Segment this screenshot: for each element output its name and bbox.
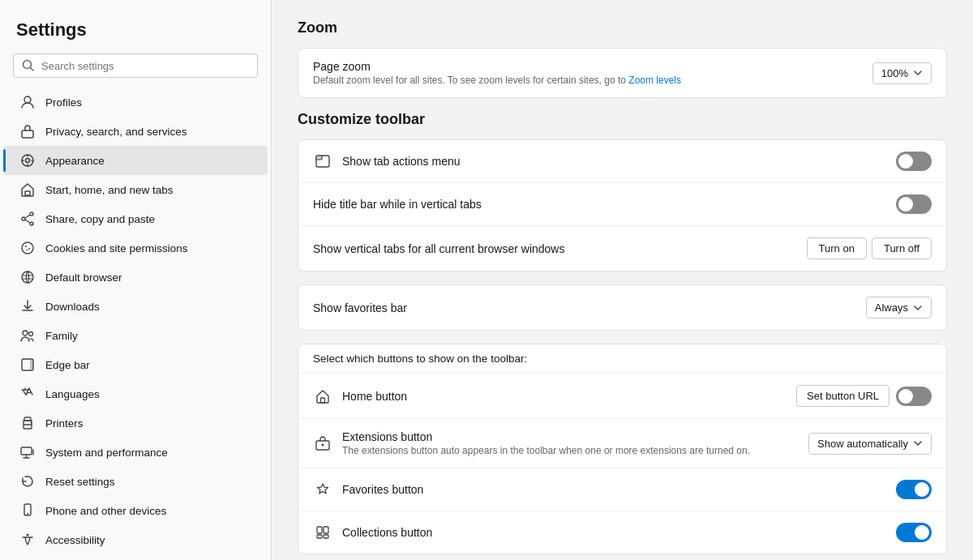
zoom-dropdown[interactable]: 100% [872, 62, 932, 84]
sidebar-item-label-downloads: Downloads [45, 301, 100, 313]
sidebar-item-reset[interactable]: Reset settings [3, 467, 268, 496]
chevron-down-icon-2 [913, 303, 923, 313]
show-vertical-tabs-row: Show vertical tabs for all current brows… [298, 226, 946, 271]
sidebar-item-privacy[interactable]: Privacy, search, and services [3, 117, 268, 146]
page-zoom-desc: Default zoom level for all sites. To see… [313, 75, 863, 86]
sidebar-item-label-share: Share, copy and paste [45, 213, 155, 225]
sidebar-item-cookies[interactable]: Cookies and site permissions [3, 233, 268, 263]
favorites-bar-dropdown[interactable]: Always [866, 297, 932, 318]
sidebar-item-languages[interactable]: Languages [3, 379, 268, 408]
show-favorites-bar-label: Show favorites bar [313, 301, 856, 314]
downloads-icon [19, 298, 36, 314]
page-zoom-label: Page zoom [313, 60, 863, 73]
chevron-down-icon-3 [913, 438, 923, 448]
svg-rect-3 [22, 130, 33, 138]
extensions-button-desc: The extensions button auto appears in th… [342, 445, 799, 456]
zoom-levels-link[interactable]: Zoom levels [628, 75, 681, 86]
home-button-label: Home button [342, 390, 787, 403]
search-icon [22, 59, 35, 72]
svg-point-15 [26, 250, 28, 251]
main-content: Zoom Page zoom Default zoom level for al… [272, 0, 973, 560]
svg-point-5 [26, 159, 30, 163]
turn-off-button[interactable]: Turn off [872, 237, 932, 259]
sidebar-item-downloads[interactable]: Downloads [3, 292, 268, 321]
svg-rect-30 [316, 156, 322, 160]
sidebar-item-edgebar[interactable]: Edge bar [3, 350, 268, 379]
hide-title-bar-row: Hide title bar while in vertical tabs [298, 183, 946, 226]
sidebar-item-phone[interactable]: Phone and other devices [3, 496, 268, 525]
reset-icon [19, 473, 36, 489]
extensions-dropdown[interactable]: Show automatically [808, 433, 932, 455]
search-box[interactable] [13, 53, 258, 78]
zoom-section-title: Zoom [298, 19, 947, 36]
sidebar-item-accessibility[interactable]: Accessibility [3, 525, 268, 554]
page-zoom-row: Page zoom Default zoom level for all sit… [298, 49, 946, 97]
favorites-button-row: Favorites button [298, 468, 946, 511]
svg-rect-34 [317, 527, 322, 533]
svg-point-17 [23, 331, 28, 336]
svg-rect-35 [324, 527, 328, 533]
show-tab-actions-row: Show tab actions menu [298, 140, 946, 183]
sidebar-item-profiles[interactable]: Profiles [3, 88, 268, 117]
sidebar-item-label-privacy: Privacy, search, and services [45, 126, 187, 138]
sidebar-item-label-family: Family [45, 330, 78, 342]
sidebar-item-about[interactable]: About Microsoft Edge [3, 554, 268, 560]
svg-line-10 [25, 215, 30, 218]
svg-point-33 [322, 444, 324, 447]
sidebar-item-label-appearance: Appearance [45, 155, 105, 167]
svg-point-12 [22, 242, 33, 254]
sidebar-item-start-home[interactable]: Start, home, and new tabs [3, 175, 268, 204]
sidebar-item-default-browser[interactable]: Default browser [3, 263, 268, 292]
collections-button-row: Collections button [298, 511, 946, 554]
sidebar-item-label-reset: Reset settings [45, 476, 115, 488]
home-button-row: Home button Set button URL [298, 374, 946, 419]
sidebar-item-share[interactable]: Share, copy and paste [3, 204, 268, 233]
svg-point-23 [31, 422, 32, 424]
vertical-tabs-buttons: Turn on Turn off [807, 237, 932, 259]
sidebar-item-label-system: System and performance [45, 447, 168, 459]
hide-title-bar-label: Hide title bar while in vertical tabs [313, 198, 886, 211]
sidebar-item-system[interactable]: System and performance [3, 438, 268, 467]
turn-on-button[interactable]: Turn on [807, 237, 867, 259]
share-icon [19, 211, 36, 227]
browser-icon [19, 269, 36, 285]
sidebar-item-printers[interactable]: Printers [3, 408, 268, 438]
sidebar-item-label-phone: Phone and other devices [45, 505, 166, 517]
svg-point-27 [27, 534, 29, 536]
svg-point-7 [30, 212, 33, 216]
home-button-icon [313, 387, 332, 406]
hide-title-bar-toggle[interactable] [896, 195, 932, 214]
toolbar-select-heading: Select which buttons to show on the tool… [298, 344, 946, 374]
extensions-button-label: Extensions button [342, 430, 799, 443]
collections-button-label: Collections button [342, 526, 886, 539]
languages-icon [19, 386, 36, 402]
search-input[interactable] [41, 60, 249, 72]
svg-point-18 [29, 332, 33, 336]
sidebar-item-appearance[interactable]: Appearance [3, 146, 268, 175]
home-button-toggle[interactable] [896, 387, 932, 406]
svg-point-26 [27, 513, 28, 515]
set-button-url-button[interactable]: Set button URL [796, 385, 889, 407]
show-tab-actions-label: Show tab actions menu [342, 155, 886, 168]
sidebar-item-label-cookies: Cookies and site permissions [45, 242, 188, 254]
tab-actions-icon [313, 152, 332, 171]
svg-line-1 [31, 68, 34, 71]
favorites-button-toggle[interactable] [896, 480, 932, 499]
sidebar-item-label-start: Start, home, and new tabs [45, 184, 174, 196]
edgebar-icon [19, 357, 36, 373]
toolbar-card: Show tab actions menu Hide title bar whi… [298, 139, 947, 271]
zoom-card: Page zoom Default zoom level for all sit… [298, 48, 947, 98]
svg-point-13 [25, 246, 27, 247]
system-icon [19, 444, 36, 460]
settings-title: Settings [0, 0, 271, 53]
cookies-icon [19, 240, 36, 256]
extensions-button-row: Extensions button The extensions button … [298, 419, 946, 468]
sidebar: Settings Profiles Privacy, search, and s… [0, 0, 272, 560]
collections-button-toggle[interactable] [896, 523, 932, 542]
show-tab-actions-toggle[interactable] [896, 152, 932, 171]
privacy-icon [19, 123, 36, 139]
svg-point-16 [22, 271, 33, 283]
sidebar-item-family[interactable]: Family [3, 321, 268, 350]
favorites-button-label: Favorites button [342, 483, 886, 496]
svg-rect-36 [317, 535, 322, 538]
